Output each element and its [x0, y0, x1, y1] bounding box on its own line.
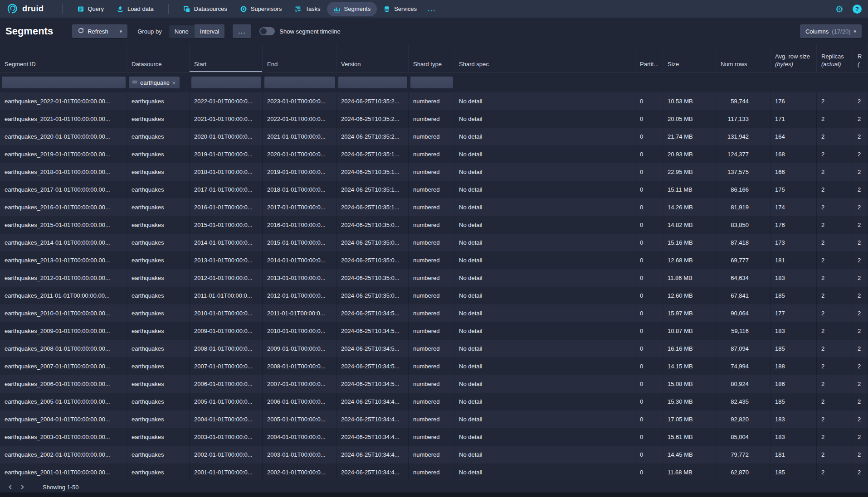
cell-replicas[interactable]: 2	[817, 446, 853, 463]
cell-version[interactable]: 2024-06-25T10:35:1...	[336, 198, 409, 216]
cell-replicas[interactable]: 2	[817, 375, 853, 393]
cell-replicas[interactable]: 2	[817, 269, 853, 287]
cell-shard-spec[interactable]: No detail	[454, 163, 635, 181]
cell-start[interactable]: 2007-01-01T00:00:0...	[190, 357, 263, 375]
cell-segment-id[interactable]: earthquakes_2003-01-01T00:00:00.00...	[0, 428, 127, 446]
cell-num-rows[interactable]: 67,841	[716, 287, 770, 304]
cell-clipped[interactable]: 2	[853, 375, 868, 393]
table-row[interactable]: earthquakes_2020-01-01T00:00:00.00... ea…	[0, 128, 868, 145]
cell-replicas[interactable]: 2	[817, 216, 853, 234]
cell-start[interactable]: 2004-01-01T00:00:0...	[190, 410, 263, 428]
cell-partition[interactable]: 0	[635, 357, 663, 375]
cell-partition[interactable]: 0	[635, 287, 663, 304]
cell-replicas[interactable]: 2	[817, 92, 853, 110]
cell-num-rows[interactable]: 124,377	[716, 145, 770, 163]
cell-clipped[interactable]: 2	[853, 393, 868, 410]
cell-num-rows[interactable]: 85,004	[716, 428, 770, 446]
cell-shard-spec[interactable]: No detail	[454, 145, 635, 163]
cell-version[interactable]: 2024-06-25T10:35:1...	[336, 181, 409, 198]
cell-datasource[interactable]: earthquakes	[127, 198, 190, 216]
cell-version[interactable]: 2024-06-25T10:35:2...	[336, 110, 409, 128]
cell-size[interactable]: 20.05 MB	[663, 110, 716, 128]
table-row[interactable]: earthquakes_2008-01-01T00:00:00.00... ea…	[0, 340, 868, 357]
more-actions-button[interactable]: ...	[233, 24, 251, 38]
cell-partition[interactable]: 0	[635, 251, 663, 269]
cell-shard-type[interactable]: numbered	[409, 234, 454, 251]
cell-clipped[interactable]: 2	[853, 181, 868, 198]
cell-version[interactable]: 2024-06-25T10:35:1...	[336, 163, 409, 181]
table-row[interactable]: earthquakes_2011-01-01T00:00:00.00... ea…	[0, 287, 868, 304]
cell-shard-spec[interactable]: No detail	[454, 322, 635, 340]
gear-icon[interactable]: ⚙	[835, 5, 844, 14]
cell-avg-row-size[interactable]: 186	[770, 375, 817, 393]
column-header-replicas[interactable]: Replicas(actual)	[817, 44, 853, 72]
table-row[interactable]: earthquakes_2001-01-01T00:00:00.00... ea…	[0, 463, 868, 481]
cell-end[interactable]: 2019-01-01T00:00:0...	[263, 163, 336, 181]
cell-shard-type[interactable]: numbered	[409, 251, 454, 269]
cell-replicas[interactable]: 2	[817, 181, 853, 198]
cell-datasource[interactable]: earthquakes	[127, 216, 190, 234]
cell-end[interactable]: 2023-01-01T00:00:0...	[263, 92, 336, 110]
end-filter-input[interactable]	[264, 77, 335, 88]
cell-clipped[interactable]: 2	[853, 304, 868, 322]
cell-replicas[interactable]: 2	[817, 463, 853, 481]
cell-clipped[interactable]: 2	[853, 340, 868, 357]
table-row[interactable]: earthquakes_2014-01-01T00:00:00.00... ea…	[0, 234, 868, 251]
cell-partition[interactable]: 0	[635, 92, 663, 110]
cell-start[interactable]: 2010-01-01T00:00:0...	[190, 304, 263, 322]
cell-segment-id[interactable]: earthquakes_2006-01-01T00:00:00.00...	[0, 375, 127, 393]
cell-datasource[interactable]: earthquakes	[127, 410, 190, 428]
cell-size[interactable]: 10.53 MB	[663, 92, 716, 110]
cell-size[interactable]: 14.82 MB	[663, 216, 716, 234]
cell-avg-row-size[interactable]: 185	[770, 340, 817, 357]
cell-shard-type[interactable]: numbered	[409, 181, 454, 198]
cell-end[interactable]: 2012-01-01T00:00:0...	[263, 287, 336, 304]
cell-avg-row-size[interactable]: 181	[770, 446, 817, 463]
cell-size[interactable]: 14.45 MB	[663, 446, 716, 463]
cell-shard-spec[interactable]: No detail	[454, 92, 635, 110]
cell-replicas[interactable]: 2	[817, 410, 853, 428]
group-by-none-button[interactable]: None	[169, 24, 194, 38]
table-row[interactable]: earthquakes_2005-01-01T00:00:00.00... ea…	[0, 393, 868, 410]
cell-version[interactable]: 2024-06-25T10:34:4...	[336, 428, 409, 446]
cell-partition[interactable]: 0	[635, 446, 663, 463]
cell-shard-spec[interactable]: No detail	[454, 463, 635, 481]
shard-type-filter-input[interactable]	[410, 77, 453, 88]
cell-version[interactable]: 2024-06-25T10:34:4...	[336, 393, 409, 410]
cell-end[interactable]: 2016-01-01T00:00:0...	[263, 216, 336, 234]
cell-version[interactable]: 2024-06-25T10:35:0...	[336, 251, 409, 269]
cell-start[interactable]: 2017-01-01T00:00:0...	[190, 181, 263, 198]
cell-shard-type[interactable]: numbered	[409, 128, 454, 145]
cell-clipped[interactable]: 2	[853, 234, 868, 251]
cell-shard-type[interactable]: numbered	[409, 216, 454, 234]
cell-partition[interactable]: 0	[635, 340, 663, 357]
cell-datasource[interactable]: earthquakes	[127, 304, 190, 322]
cell-clipped[interactable]: 2	[853, 163, 868, 181]
cell-segment-id[interactable]: earthquakes_2022-01-01T00:00:00.00...	[0, 92, 127, 110]
cell-size[interactable]: 15.16 MB	[663, 234, 716, 251]
cell-size[interactable]: 14.15 MB	[663, 357, 716, 375]
cell-end[interactable]: 2010-01-01T00:00:0...	[263, 322, 336, 340]
cell-partition[interactable]: 0	[635, 304, 663, 322]
cell-size[interactable]: 17.05 MB	[663, 410, 716, 428]
cell-end[interactable]: 2007-01-01T00:00:0...	[263, 375, 336, 393]
horizontal-scrollbar[interactable]	[0, 492, 868, 497]
cell-version[interactable]: 2024-06-25T10:34:5...	[336, 375, 409, 393]
cell-replicas[interactable]: 2	[817, 145, 853, 163]
table-row[interactable]: earthquakes_2016-01-01T00:00:00.00... ea…	[0, 198, 868, 216]
cell-partition[interactable]: 0	[635, 410, 663, 428]
nav-item-query[interactable]: Query	[71, 2, 110, 16]
column-header-size[interactable]: Size	[663, 44, 716, 72]
cell-start[interactable]: 2008-01-01T00:00:0...	[190, 340, 263, 357]
cell-shard-spec[interactable]: No detail	[454, 357, 635, 375]
cell-num-rows[interactable]: 83,850	[716, 216, 770, 234]
cell-segment-id[interactable]: earthquakes_2018-01-01T00:00:00.00...	[0, 163, 127, 181]
table-row[interactable]: earthquakes_2009-01-01T00:00:00.00... ea…	[0, 322, 868, 340]
cell-partition[interactable]: 0	[635, 269, 663, 287]
cell-avg-row-size[interactable]: 175	[770, 181, 817, 198]
help-icon[interactable]: ?	[853, 5, 862, 14]
cell-segment-id[interactable]: earthquakes_2020-01-01T00:00:00.00...	[0, 128, 127, 145]
cell-avg-row-size[interactable]: 183	[770, 269, 817, 287]
show-timeline-toggle[interactable]	[259, 27, 275, 35]
cell-partition[interactable]: 0	[635, 198, 663, 216]
